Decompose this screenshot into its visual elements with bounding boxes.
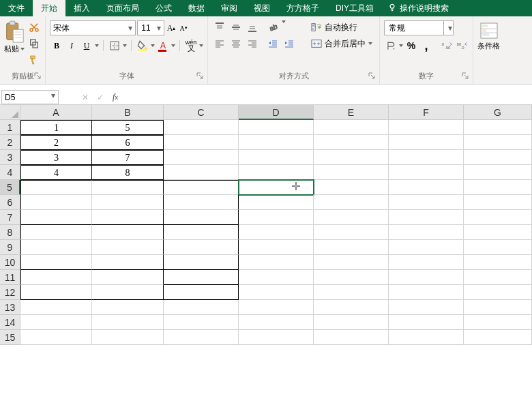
col-header-B[interactable]: B: [92, 105, 164, 120]
cell-E6[interactable]: [314, 195, 389, 210]
format-painter-button[interactable]: [27, 53, 41, 67]
row-header-12[interactable]: 12: [0, 285, 20, 300]
cell-D15[interactable]: [239, 330, 314, 345]
cell-G3[interactable]: [464, 150, 532, 165]
insert-function-button[interactable]: fx: [108, 91, 123, 104]
wrap-text-button[interactable]: abc 自动换行: [308, 20, 375, 34]
fill-color-button[interactable]: [136, 39, 149, 52]
tab-page-layout[interactable]: 页面布局: [98, 0, 147, 16]
cell-E14[interactable]: [314, 315, 389, 330]
cell-F3[interactable]: [389, 150, 464, 165]
number-format-combo[interactable]: 常规▾: [384, 20, 454, 35]
cell-F8[interactable]: [389, 225, 464, 240]
underline-button[interactable]: U: [80, 39, 93, 52]
cell-A1[interactable]: 1: [20, 120, 92, 135]
align-bottom-button[interactable]: [245, 20, 260, 34]
cell-A3[interactable]: 3: [20, 150, 92, 165]
spreadsheet-grid[interactable]: ABCDEFG11522633744856789101112131415: [0, 105, 532, 345]
cell-E7[interactable]: [314, 210, 389, 225]
cell-D11[interactable]: [239, 270, 314, 285]
cell-B10[interactable]: [92, 255, 164, 270]
cell-D7[interactable]: [239, 210, 314, 225]
increase-font-button[interactable]: A▴: [166, 22, 177, 34]
name-box[interactable]: ▾: [1, 90, 59, 104]
cell-D9[interactable]: [239, 240, 314, 255]
cell-G2[interactable]: [464, 135, 532, 150]
bold-button[interactable]: B: [50, 39, 63, 52]
cell-D8[interactable]: [239, 225, 314, 240]
accounting-format-button[interactable]: [384, 39, 398, 52]
cell-G13[interactable]: [464, 300, 532, 315]
cell-G15[interactable]: [464, 330, 532, 345]
col-header-E[interactable]: E: [314, 105, 389, 120]
cell-B12[interactable]: [92, 285, 164, 300]
row-header-2[interactable]: 2: [0, 135, 20, 150]
font-name-input[interactable]: [50, 23, 125, 33]
cell-C11[interactable]: [164, 270, 239, 285]
col-header-C[interactable]: C: [164, 105, 239, 120]
tab-formulas[interactable]: 公式: [147, 0, 180, 16]
row-header-8[interactable]: 8: [0, 225, 20, 240]
percent-button[interactable]: %: [404, 39, 418, 52]
decrease-decimal-button[interactable]: .00.0: [455, 39, 469, 52]
row-header-1[interactable]: 1: [0, 120, 20, 135]
cell-G4[interactable]: [464, 165, 532, 180]
cell-C1[interactable]: [164, 120, 239, 135]
tab-home[interactable]: 开始: [33, 0, 65, 16]
phonetic-guide-button[interactable]: wén又: [184, 39, 198, 52]
enter-formula-button[interactable]: ✓: [93, 91, 108, 104]
cell-D5[interactable]: [239, 180, 314, 195]
tab-data[interactable]: 数据: [180, 0, 213, 16]
cell-D4[interactable]: [239, 165, 314, 180]
col-header-A[interactable]: A: [20, 105, 92, 120]
cell-E9[interactable]: [314, 240, 389, 255]
font-size-combo[interactable]: ▾: [137, 20, 164, 35]
orientation-button[interactable]: ab: [265, 20, 280, 34]
font-color-button[interactable]: A: [156, 39, 170, 52]
cell-C12[interactable]: [164, 285, 239, 300]
cell-F1[interactable]: [389, 120, 464, 135]
cell-C6[interactable]: [164, 195, 239, 210]
row-header-6[interactable]: 6: [0, 195, 20, 210]
cell-E8[interactable]: [314, 225, 389, 240]
tab-file[interactable]: 文件: [0, 0, 33, 16]
tell-me-search[interactable]: 操作说明搜索: [382, 3, 449, 14]
cell-E11[interactable]: [314, 270, 389, 285]
cell-E3[interactable]: [314, 150, 389, 165]
chevron-down-icon[interactable]: [95, 44, 99, 47]
align-middle-button[interactable]: [228, 20, 243, 34]
cell-D6[interactable]: [239, 195, 314, 210]
cut-button[interactable]: [27, 20, 41, 34]
font-name-combo[interactable]: ▾: [50, 20, 136, 35]
decrease-indent-button[interactable]: [265, 37, 280, 50]
tab-ffgz[interactable]: 方方格子: [278, 0, 327, 16]
cell-A4[interactable]: 4: [20, 165, 92, 180]
cell-A13[interactable]: [20, 300, 92, 315]
cell-E1[interactable]: [314, 120, 389, 135]
cell-A5[interactable]: [20, 180, 92, 195]
cell-F15[interactable]: [389, 330, 464, 345]
row-header-4[interactable]: 4: [0, 165, 20, 180]
align-top-button[interactable]: [212, 20, 227, 34]
font-size-input[interactable]: [138, 23, 154, 33]
cell-E2[interactable]: [314, 135, 389, 150]
cell-F12[interactable]: [389, 285, 464, 300]
cell-C15[interactable]: [164, 330, 239, 345]
chevron-down-icon[interactable]: ▾: [125, 23, 135, 33]
formula-input[interactable]: [125, 90, 532, 104]
row-header-9[interactable]: 9: [0, 240, 20, 255]
cell-G7[interactable]: [464, 210, 532, 225]
chevron-down-icon[interactable]: [171, 44, 175, 47]
increase-decimal-button[interactable]: .0.00: [440, 39, 454, 52]
cell-B8[interactable]: [92, 225, 164, 240]
row-header-14[interactable]: 14: [0, 315, 20, 330]
cell-B5[interactable]: [92, 180, 164, 195]
cell-F6[interactable]: [389, 195, 464, 210]
row-header-10[interactable]: 10: [0, 255, 20, 270]
align-left-button[interactable]: [212, 37, 227, 50]
chevron-down-icon[interactable]: [399, 44, 403, 47]
cell-A10[interactable]: [20, 255, 92, 270]
cell-C7[interactable]: [164, 210, 239, 225]
cell-D14[interactable]: [239, 315, 314, 330]
dialog-launcher-icon[interactable]: [196, 72, 203, 79]
